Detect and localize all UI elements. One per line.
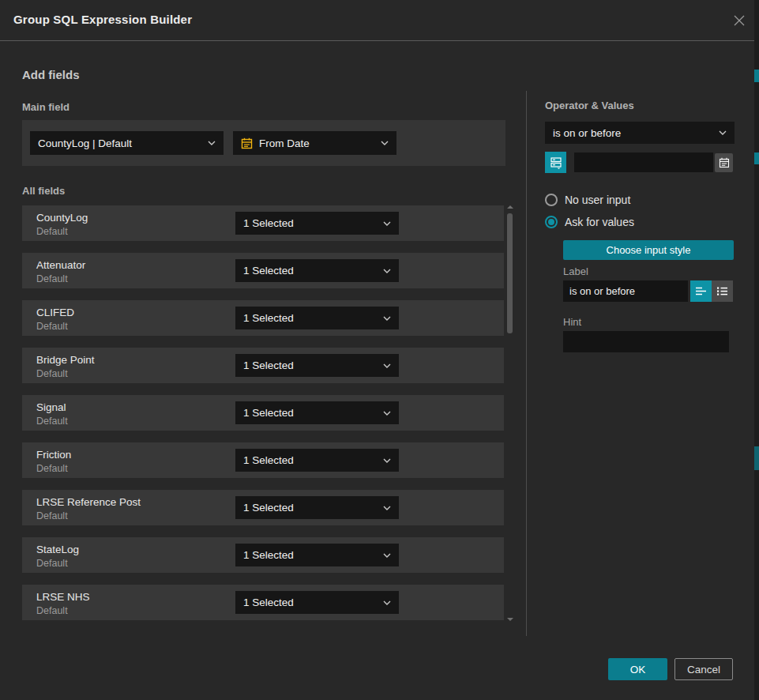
scrollbar-down-arrow-icon[interactable] [507, 618, 513, 621]
field-selected-value: 1 Selected [243, 359, 378, 371]
close-icon [733, 14, 746, 27]
edge-accent [754, 152, 759, 164]
field-subtitle: Default [36, 416, 68, 427]
unique-values-button[interactable] [545, 152, 566, 173]
chevron-down-icon [383, 553, 391, 558]
field-row: LRSE Reference Post Default 1 Selected [22, 490, 504, 525]
field-selected-value: 1 Selected [243, 454, 378, 466]
field-row: Attenuator Default 1 Selected [22, 253, 504, 288]
align-left-icon [695, 286, 707, 296]
field-selected-dropdown[interactable]: 1 Selected [235, 544, 399, 566]
radio-circle-icon [545, 194, 558, 206]
field-subtitle: Default [36, 368, 68, 379]
field-selected-dropdown[interactable]: 1 Selected [235, 449, 399, 472]
field-subtitle: Default [36, 510, 68, 521]
list-input-style-button[interactable] [712, 280, 733, 302]
choose-input-style-button[interactable]: Choose input style [563, 240, 734, 260]
field-selected-dropdown[interactable]: 1 Selected [235, 307, 399, 329]
field-name: Attenuator [36, 259, 85, 271]
main-field-field-select[interactable]: From Date [233, 131, 396, 155]
main-field-heading: Main field [22, 101, 70, 113]
main-field-panel: CountyLog | Default From Date [22, 120, 505, 166]
stacked-values-icon [550, 156, 562, 169]
calendar-icon [719, 157, 730, 168]
chevron-down-icon [383, 221, 391, 226]
chevron-down-icon [383, 458, 391, 463]
field-name: LRSE NHS [36, 591, 90, 603]
field-selected-value: 1 Selected [243, 549, 378, 561]
chevron-down-icon [719, 130, 727, 135]
field-row: CLIFED Default 1 Selected [22, 300, 504, 336]
field-selected-value: 1 Selected [243, 312, 378, 324]
main-field-layer-select[interactable]: CountyLog | Default [30, 131, 224, 155]
panel-divider [526, 91, 527, 636]
radio-label: Ask for values [565, 216, 634, 228]
radio-selected-icon [545, 216, 558, 228]
operator-select[interactable]: is on or before [545, 122, 735, 144]
field-selected-dropdown[interactable]: 1 Selected [235, 212, 399, 235]
field-selected-dropdown[interactable]: 1 Selected [235, 591, 399, 614]
field-row: Friction Default 1 Selected [22, 442, 504, 478]
value-input[interactable] [574, 152, 713, 172]
chevron-down-icon [383, 506, 391, 510]
all-fields-heading: All fields [22, 185, 65, 197]
field-selected-value: 1 Selected [243, 407, 378, 419]
chevron-down-icon [383, 316, 391, 321]
group-sql-expression-builder-dialog: Group SQL Expression Builder Add fields … [0, 0, 759, 700]
field-row: LRSE NHS Default 1 Selected [22, 585, 504, 620]
field-row: Bridge Point Default 1 Selected [22, 348, 504, 383]
field-selected-dropdown[interactable]: 1 Selected [235, 259, 399, 282]
field-selected-dropdown[interactable]: 1 Selected [235, 354, 399, 377]
list-scrollbar[interactable] [506, 204, 513, 623]
dialog-titlebar: Group SQL Expression Builder [0, 0, 754, 41]
field-selected-dropdown[interactable]: 1 Selected [235, 401, 399, 424]
field-selected-value: 1 Selected [243, 217, 378, 229]
dialog-title: Group SQL Expression Builder [13, 13, 192, 26]
single-input-style-button[interactable] [690, 280, 712, 302]
field-row: CountyLog Default 1 Selected [22, 205, 504, 241]
edge-accent [754, 446, 759, 470]
operator-select-value: is on or before [553, 127, 714, 139]
field-selected-value: 1 Selected [243, 265, 378, 277]
radio-ask-for-values[interactable]: Ask for values [545, 216, 634, 228]
field-name: CLIFED [36, 307, 74, 318]
field-row: StateLog Default 1 Selected [22, 537, 504, 573]
field-subtitle: Default [36, 605, 68, 616]
label-input[interactable] [563, 280, 688, 302]
field-name: Friction [36, 449, 71, 461]
field-name: StateLog [36, 544, 79, 555]
ok-button[interactable]: OK [608, 658, 667, 680]
field-subtitle: Default [36, 463, 68, 474]
calendar-icon [241, 137, 253, 149]
field-subtitle: Default [36, 321, 68, 332]
background-app-edge [754, 0, 759, 700]
date-picker-button[interactable] [715, 153, 733, 172]
chevron-down-icon [208, 141, 216, 145]
main-field-field-select-value: From Date [259, 137, 376, 149]
field-selected-value: 1 Selected [243, 502, 378, 514]
field-selected-dropdown[interactable]: 1 Selected [235, 496, 399, 519]
field-subtitle: Default [36, 558, 68, 569]
chevron-down-icon [383, 269, 391, 273]
field-name: Bridge Point [36, 354, 95, 366]
radio-label: No user input [565, 194, 630, 206]
field-selected-value: 1 Selected [243, 597, 378, 608]
field-row: Signal Default 1 Selected [22, 395, 504, 431]
close-button[interactable] [731, 12, 748, 29]
hint-caption: Hint [563, 316, 581, 328]
field-name: CountyLog [36, 212, 88, 224]
field-name: LRSE Reference Post [36, 496, 141, 508]
scrollbar-up-arrow-icon[interactable] [507, 205, 513, 209]
bulleted-list-icon [716, 286, 728, 296]
radio-no-user-input[interactable]: No user input [545, 194, 630, 206]
chevron-down-icon [383, 411, 391, 416]
add-fields-heading: Add fields [22, 68, 80, 81]
chevron-down-icon [383, 363, 391, 368]
main-field-layer-select-value: CountyLog | Default [38, 137, 203, 149]
field-name: Signal [36, 401, 66, 413]
hint-input[interactable] [563, 331, 729, 352]
cancel-button[interactable]: Cancel [674, 658, 733, 680]
scrollbar-thumb[interactable] [507, 213, 513, 333]
chevron-down-icon [383, 600, 391, 605]
edge-accent [754, 70, 759, 82]
